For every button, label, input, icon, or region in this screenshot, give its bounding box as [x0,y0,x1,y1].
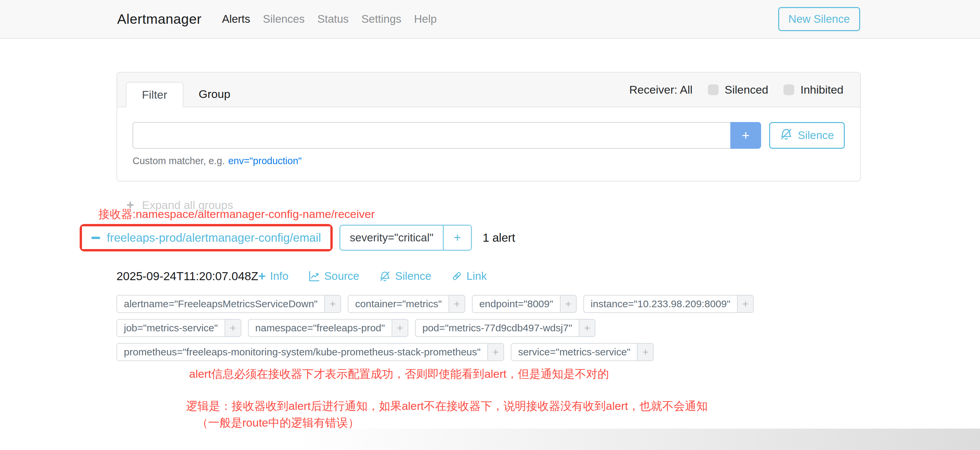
receiver-dropdown[interactable]: Receiver: All [629,83,692,96]
group-matcher-add-button[interactable]: + [443,226,471,250]
alert-group-row: freeleaps-prod/alertmanager-config/email… [80,224,515,251]
matcher-input[interactable] [132,122,730,149]
nav-item-alerts[interactable]: Alerts [216,13,256,25]
silenced-checkbox-box[interactable] [708,84,719,95]
silenced-checkbox[interactable]: Silenced [708,83,768,96]
nav-item-status[interactable]: Status [311,13,355,25]
alert-link-label: Link [466,270,487,282]
label-tag-add-button[interactable]: + [325,296,340,312]
brand-alertmanager[interactable]: Alertmanager [117,11,202,27]
annotation-line-1: alert信息必须在接收器下才表示配置成功，否则即使能看到alert，但是通知是… [189,366,609,382]
label-tag-namespace: namespace="freeleaps-prod" + [248,319,408,337]
label-tag-add-button[interactable]: + [449,296,465,312]
alert-silence-button[interactable]: Silence [379,270,431,282]
matcher-helper: Custom matcher, e.g. env="production" [132,155,845,166]
label-tag-text: service="metrics-service" [511,344,637,360]
silence-filter-button[interactable]: Silence [769,122,845,149]
matcher-helper-text: Custom matcher, e.g. [132,155,225,166]
label-tag-pod: pod="metrics-77d9cdb497-wdsj7" + [415,319,595,337]
label-tag-prometheus: prometheus="freeleaps-monitoring-system/… [116,343,504,361]
label-tag-add-button[interactable]: + [560,296,576,312]
group-alert-count: 1 alert [483,231,515,244]
label-tag-container: container="metrics" + [348,295,465,313]
nav-item-settings[interactable]: Settings [355,13,408,25]
alert-source-link[interactable]: Source [309,270,360,282]
alert-info-label: Info [270,270,288,282]
minus-icon [91,237,100,239]
alert-info-button[interactable]: + Info [258,270,288,282]
label-tag-text: prometheus="freeleaps-monitoring-system/… [117,344,487,360]
plus-icon: + [258,270,266,282]
label-tag-add-button[interactable]: + [637,344,653,360]
main-nav: Alerts Silences Status Settings Help [216,13,443,25]
annotation-line-2: 逻辑是：接收器收到alert后进行通知，如果alert不在接收器下，说明接收器没… [186,399,708,414]
bottom-shadow [0,429,980,450]
nav-item-help[interactable]: Help [408,13,443,25]
filter-card-header: Filter Group Receiver: All Silenced Inhi… [117,73,860,107]
filter-header-controls: Receiver: All Silenced Inhibited [629,83,843,96]
label-tag-text: container="metrics" [348,296,449,312]
label-tag-add-button[interactable]: + [579,320,595,336]
alert-source-label: Source [325,270,360,282]
bell-slash-icon [379,271,391,282]
matcher-input-row: + Silence [132,122,845,149]
group-receiver-label: freeleaps-prod/alertmanager-config/email [107,231,321,244]
chart-icon [309,271,320,282]
annotation-red-box: freeleaps-prod/alertmanager-config/email [80,224,333,251]
alert-timestamp: 2025-09-24T11:20:07.048Z [116,269,258,283]
bell-slash-icon [780,128,792,143]
filter-card-body: + Silence Custom matcher, e.g. env="prod… [117,107,860,166]
label-tag-text: instance="10.233.98.209:8009" [584,296,737,312]
label-tag-add-button[interactable]: + [224,320,241,336]
label-tag-text: endpoint="8009" [473,296,560,312]
add-matcher-button[interactable]: + [730,122,761,149]
label-tag-text: pod="metrics-77d9cdb497-wdsj7" [416,320,579,336]
annotation-receiver-note: 接收器:namespace/altermanager-config-name/r… [99,207,375,222]
tab-group[interactable]: Group [183,81,246,107]
group-matcher-chip: severity="critical" + [339,225,472,251]
nav-item-silences[interactable]: Silences [256,13,311,25]
alert-labels: alertname="FreeleapsMetricsServiceDown" … [116,295,769,361]
alert-header-row: 2025-09-24T11:20:07.048Z + Info Source [116,269,487,283]
alert-silence-label: Silence [395,270,431,282]
label-tag-endpoint: endpoint="8009" + [472,295,577,313]
alert-link-button[interactable]: Link [452,270,487,282]
label-tag-instance: instance="10.233.98.209:8009" + [583,295,754,313]
label-tag-text: job="metrics-service" [117,320,224,336]
inhibited-checkbox[interactable]: Inhibited [784,83,843,96]
navbar: Alertmanager Alerts Silences Status Sett… [0,0,980,39]
group-matcher-label: severity="critical" [340,226,443,250]
label-tag-add-button[interactable]: + [737,296,753,312]
label-tag-text: namespace="freeleaps-prod" [249,320,391,336]
inhibited-checkbox-label: Inhibited [800,83,843,96]
label-tag-text: alertname="FreeleapsMetricsServiceDown" [117,296,325,312]
link-icon [452,271,462,282]
group-receiver-button[interactable]: freeleaps-prod/alertmanager-config/email [82,227,330,249]
alertmanager-page: Alertmanager Alerts Silences Status Sett… [0,0,980,450]
inhibited-checkbox-box[interactable] [784,84,794,95]
matcher-example-link[interactable]: env="production" [228,155,302,166]
filter-card: Filter Group Receiver: All Silenced Inhi… [116,72,861,182]
new-silence-button[interactable]: New Silence [778,7,860,31]
label-tag-add-button[interactable]: + [487,344,503,360]
label-tag-add-button[interactable]: + [391,320,408,336]
label-tag-service: service="metrics-service" + [511,343,654,361]
label-tag-alertname: alertname="FreeleapsMetricsServiceDown" … [116,295,341,313]
silenced-checkbox-label: Silenced [725,83,768,96]
silence-filter-label: Silence [798,129,834,142]
tab-filter[interactable]: Filter [126,82,183,107]
label-tag-job: job="metrics-service" + [116,319,241,337]
